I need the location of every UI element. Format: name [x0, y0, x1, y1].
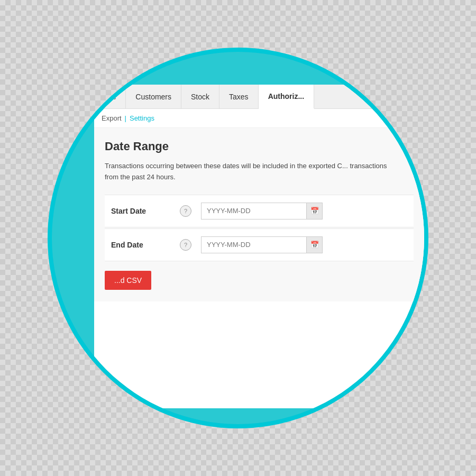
start-date-row: Start Date ? 📅	[105, 195, 414, 227]
start-date-input-wrapper: 📅	[201, 203, 323, 219]
tab-orders[interactable]: ...rs	[94, 85, 126, 108]
tab-authorize[interactable]: Authoriz...	[259, 85, 314, 109]
end-date-calendar-icon[interactable]: 📅	[307, 236, 323, 253]
end-date-row: End Date ? 📅	[105, 228, 414, 261]
section-description: Transactions occurring between these dat…	[105, 161, 401, 183]
toolbar: Export | Settings	[94, 109, 424, 128]
section-title: Date Range	[105, 140, 414, 153]
toolbar-separator: |	[125, 114, 126, 122]
start-date-label: Start Date	[111, 207, 169, 215]
main-circle: ...rs Customers Stock Taxes Authoriz... …	[48, 48, 428, 428]
end-date-label: End Date	[111, 241, 169, 249]
toolbar-settings-link[interactable]: Settings	[130, 114, 154, 122]
end-date-help-icon[interactable]: ?	[180, 239, 191, 251]
tab-taxes[interactable]: Taxes	[219, 85, 259, 108]
toolbar-export-text[interactable]: Export	[102, 114, 122, 122]
start-date-calendar-icon[interactable]: 📅	[307, 203, 323, 219]
start-date-input[interactable]	[201, 203, 307, 219]
tabs-row: ...rs Customers Stock Taxes Authoriz...	[94, 85, 424, 109]
tab-customers[interactable]: Customers	[126, 85, 181, 108]
end-date-input[interactable]	[201, 236, 307, 253]
end-date-input-wrapper: 📅	[201, 236, 323, 253]
start-date-help-icon[interactable]: ?	[180, 205, 191, 217]
content-panel: ...rs Customers Stock Taxes Authoriz... …	[94, 85, 424, 408]
tab-stock[interactable]: Stock	[181, 85, 219, 108]
export-csv-button[interactable]: ...d CSV	[105, 271, 151, 290]
main-content: Date Range Transactions occurring betwee…	[94, 128, 424, 301]
